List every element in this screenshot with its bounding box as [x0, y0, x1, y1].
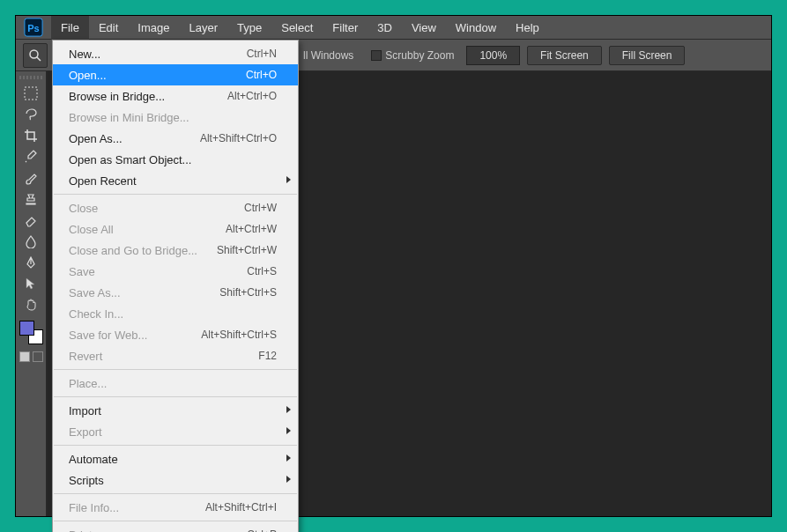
- menuitem-shortcut: Ctrl+P: [206, 528, 277, 532]
- submenu-arrow-icon: [286, 476, 291, 483]
- menu-separator: [54, 369, 297, 370]
- menuitem-shortcut: Alt+Shift+Ctrl+I: [205, 501, 277, 514]
- menuitem-label: Check In...: [69, 307, 206, 321]
- menubar: Ps FileEditImageLayerTypeSelectFilter3DV…: [16, 16, 771, 40]
- submenu-arrow-icon: [286, 427, 291, 434]
- menu-select[interactable]: Select: [271, 16, 323, 40]
- menuitem-open-as[interactable]: Open As...Alt+Shift+Ctrl+O: [53, 128, 298, 149]
- menuitem-label: Open as Smart Object...: [69, 153, 206, 166]
- menuitem-revert: RevertF12: [53, 345, 298, 366]
- menu-window[interactable]: Window: [446, 16, 506, 40]
- marquee-tool[interactable]: [19, 83, 42, 104]
- menuitem-shortcut: Alt+Shift+Ctrl+O: [200, 132, 277, 144]
- menuitem-browse-in-mini-bridge: Browse in Mini Bridge...: [53, 107, 298, 128]
- menuitem-place: Place...: [53, 373, 298, 394]
- lasso-tool[interactable]: [19, 104, 42, 125]
- menu-separator: [54, 521, 297, 521]
- menuitem-save-for-web: Save for Web...Alt+Shift+Ctrl+S: [53, 324, 298, 345]
- menuitem-open-as-smart-object[interactable]: Open as Smart Object...: [53, 149, 298, 170]
- menuitem-label: Revert: [69, 350, 206, 363]
- app-logo: Ps: [16, 16, 51, 40]
- menuitem-new[interactable]: New...Ctrl+N: [53, 43, 298, 64]
- menuitem-shortcut: Alt+Shift+Ctrl+S: [201, 329, 277, 341]
- menuitem-label: Scripts: [69, 474, 277, 487]
- menuitem-label: Export: [69, 425, 277, 439]
- menuitem-shortcut: Alt+Ctrl+W: [206, 223, 277, 235]
- menuitem-label: Save As...: [69, 286, 206, 299]
- file-menu-dropdown: New...Ctrl+NOpen...Ctrl+OBrowse in Bridg…: [52, 40, 299, 532]
- menuitem-label: Open Recent: [69, 174, 277, 188]
- menuitem-save: SaveCtrl+S: [53, 261, 298, 282]
- resize-windows-option[interactable]: ll Windows: [298, 49, 359, 62]
- brush-tool[interactable]: [19, 167, 42, 188]
- menu-image[interactable]: Image: [128, 16, 179, 40]
- path-select-tool[interactable]: [19, 273, 42, 294]
- menuitem-open[interactable]: Open...Ctrl+O: [53, 64, 298, 85]
- submenu-arrow-icon: [286, 454, 291, 462]
- menu-file[interactable]: File: [51, 16, 89, 40]
- toolbox-grip: [19, 76, 42, 79]
- menuitem-export: Export: [53, 421, 298, 442]
- pen-tool[interactable]: [19, 252, 42, 273]
- menuitem-shortcut: Shift+Ctrl+S: [206, 286, 277, 299]
- zoom-level-button[interactable]: 100%: [466, 46, 520, 65]
- menuitem-shortcut: Ctrl+O: [206, 69, 277, 81]
- eyedropper-tool[interactable]: [19, 146, 42, 167]
- eraser-tool[interactable]: [19, 210, 42, 231]
- menu-filter[interactable]: Filter: [323, 16, 368, 40]
- menuitem-save-as: Save As...Shift+Ctrl+S: [53, 282, 298, 303]
- svg-rect-4: [25, 87, 37, 100]
- menu-3d[interactable]: 3D: [368, 16, 402, 40]
- menuitem-label: Print...: [69, 528, 206, 533]
- menuitem-import[interactable]: Import: [53, 400, 298, 421]
- menuitem-scripts[interactable]: Scripts: [53, 469, 298, 491]
- menu-view[interactable]: View: [402, 16, 446, 40]
- menuitem-label: Close: [69, 202, 206, 215]
- active-tool-preset[interactable]: [23, 43, 48, 68]
- menu-help[interactable]: Help: [506, 16, 549, 40]
- menuitem-label: Close and Go to Bridge...: [69, 244, 206, 257]
- scrubby-zoom-label: Scrubby Zoom: [385, 49, 454, 62]
- menu-layer[interactable]: Layer: [180, 16, 228, 40]
- menuitem-label: Open As...: [69, 132, 200, 145]
- menuitem-shortcut: F12: [206, 350, 277, 362]
- blur-tool[interactable]: [19, 231, 42, 252]
- menu-separator: [54, 396, 297, 397]
- stamp-tool[interactable]: [19, 188, 42, 210]
- menu-edit[interactable]: Edit: [89, 16, 128, 40]
- submenu-arrow-icon: [286, 406, 291, 413]
- menuitem-file-info: File Info...Alt+Shift+Ctrl+I: [53, 497, 298, 518]
- crop-tool[interactable]: [19, 125, 42, 146]
- color-swatches[interactable]: [19, 321, 43, 344]
- scrubby-zoom-option[interactable]: Scrubby Zoom: [366, 49, 459, 62]
- menuitem-shortcut: Ctrl+S: [206, 265, 277, 277]
- menuitem-open-recent[interactable]: Open Recent: [53, 170, 298, 191]
- svg-line-3: [37, 56, 41, 61]
- menu-type[interactable]: Type: [227, 16, 271, 40]
- menuitem-label: Close All: [69, 223, 206, 236]
- menuitem-shortcut: Shift+Ctrl+W: [206, 244, 277, 256]
- menuitem-shortcut: Alt+Ctrl+O: [206, 90, 277, 102]
- menuitem-label: Save for Web...: [69, 329, 201, 342]
- menu-separator: [54, 194, 297, 195]
- menuitem-print: Print...Ctrl+P: [53, 524, 298, 532]
- toolbox: [16, 71, 47, 516]
- checkbox-icon[interactable]: [371, 50, 382, 61]
- svg-text:Ps: Ps: [27, 23, 39, 33]
- edit-mode-switch[interactable]: [19, 351, 43, 364]
- fit-screen-button[interactable]: Fit Screen: [527, 46, 602, 65]
- menuitem-label: Import: [69, 404, 277, 417]
- menu-separator: [54, 445, 297, 446]
- menuitem-close: CloseCtrl+W: [53, 197, 298, 218]
- menuitem-shortcut: Ctrl+W: [206, 202, 277, 214]
- menuitem-check-in: Check In...: [53, 303, 298, 324]
- hand-tool[interactable]: [19, 294, 42, 315]
- fill-screen-button[interactable]: Fill Screen: [609, 46, 686, 65]
- menuitem-automate[interactable]: Automate: [53, 448, 298, 469]
- foreground-color-swatch[interactable]: [19, 321, 34, 336]
- menu-separator: [54, 493, 297, 494]
- menuitem-label: Browse in Bridge...: [69, 90, 206, 103]
- menuitem-close-and-go-to-bridge: Close and Go to Bridge...Shift+Ctrl+W: [53, 240, 298, 261]
- menuitem-browse-in-bridge[interactable]: Browse in Bridge...Alt+Ctrl+O: [53, 85, 298, 107]
- resize-windows-label: ll Windows: [303, 49, 353, 62]
